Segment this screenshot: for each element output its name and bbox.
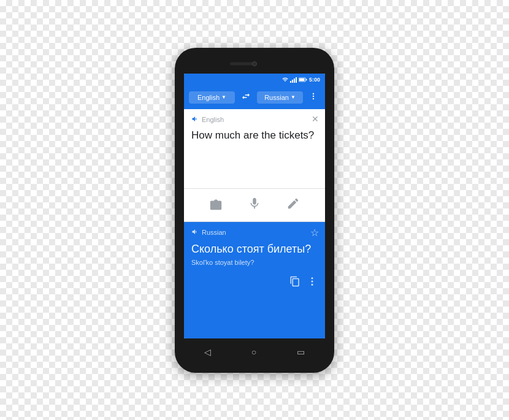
phone-camera — [252, 61, 257, 66]
battery-icon — [299, 77, 307, 83]
input-text[interactable]: How much are the tickets? — [191, 128, 318, 182]
microphone-icon — [248, 197, 261, 210]
trans-more-button[interactable] — [307, 276, 318, 289]
translation-area: Russian ☆ Сколько стоят билеты? Skol'ko … — [184, 222, 325, 338]
svg-point-5 — [313, 97, 314, 99]
target-language-selector[interactable]: Russian ▼ — [257, 91, 303, 104]
status-time: 5:00 — [309, 77, 320, 83]
phone-top-bar — [181, 56, 328, 71]
favorite-button[interactable]: ☆ — [310, 227, 319, 239]
copy-button[interactable] — [289, 276, 300, 289]
phone-speaker — [230, 62, 255, 65]
source-lang-text: English — [197, 94, 220, 101]
translation-actions — [191, 273, 318, 289]
swap-icon — [241, 91, 251, 101]
app-bar: English ▼ Russian ▼ — [184, 86, 325, 109]
phone-screen: 5:00 English ▼ Russian ▼ — [184, 74, 325, 338]
input-area: English ✕ How much are the tickets? — [184, 109, 325, 189]
handwriting-icon — [286, 197, 300, 210]
svg-point-3 — [313, 93, 314, 94]
input-speaker-icon[interactable] — [191, 115, 199, 124]
more-vertical-icon — [309, 92, 318, 101]
input-close-button[interactable]: ✕ — [312, 114, 319, 124]
svg-point-4 — [313, 95, 314, 96]
camera-button[interactable] — [206, 194, 226, 216]
handwriting-button[interactable] — [283, 194, 303, 216]
status-icons: 5:00 — [282, 77, 320, 83]
recents-button[interactable]: ▭ — [288, 343, 313, 361]
input-actions-bar — [184, 189, 325, 222]
svg-point-6 — [312, 277, 313, 279]
status-bar: 5:00 — [184, 74, 325, 86]
input-lang-label: English — [202, 116, 224, 123]
translation-main-text: Сколько стоят билеты? — [191, 242, 318, 256]
phone-device: 5:00 English ▼ Russian ▼ — [175, 48, 334, 373]
svg-point-8 — [312, 284, 313, 286]
target-lang-text: Russian — [264, 94, 289, 101]
svg-point-7 — [312, 280, 313, 282]
trans-speaker-icon[interactable] — [191, 228, 199, 237]
source-lang-dropdown-icon: ▼ — [221, 94, 226, 100]
app-more-options-button[interactable] — [307, 91, 320, 104]
svg-rect-2 — [306, 78, 307, 80]
camera-icon — [209, 197, 223, 210]
signal-bars — [290, 77, 297, 83]
input-lang-row: English — [191, 115, 318, 124]
home-button[interactable]: ○ — [243, 343, 265, 361]
source-language-selector[interactable]: English ▼ — [189, 91, 235, 104]
trans-more-icon — [307, 276, 318, 287]
copy-icon — [289, 276, 300, 287]
svg-rect-1 — [299, 78, 305, 80]
translation-phonetic: Skol'ko stoyat bilety? — [191, 259, 318, 266]
bottom-navigation: ◁ ○ ▭ — [184, 341, 325, 363]
trans-lang-label: Russian — [202, 229, 226, 236]
swap-languages-button[interactable] — [239, 89, 253, 105]
wifi-icon — [282, 77, 288, 83]
trans-lang-row: Russian — [191, 228, 318, 237]
back-button[interactable]: ◁ — [196, 343, 220, 361]
microphone-button[interactable] — [245, 194, 264, 216]
target-lang-dropdown-icon: ▼ — [291, 94, 296, 100]
